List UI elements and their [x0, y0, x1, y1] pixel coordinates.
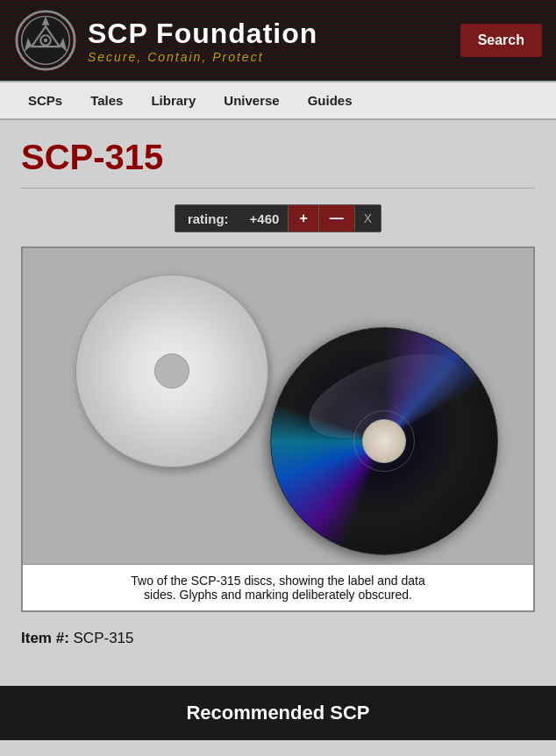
- recommended-label: Recommended SCP: [186, 702, 369, 724]
- disc-back: [75, 275, 268, 467]
- item-number-line: Item #: SCP-315: [21, 630, 535, 647]
- rating-container: rating: +460 + — X: [21, 204, 535, 232]
- image-caption-line1: Two of the SCP-315 discs, showing the la…: [131, 574, 424, 588]
- footer-recommended: Recommended SCP: [0, 686, 556, 740]
- rating-value: +460: [241, 206, 289, 232]
- main-nav: SCPs Tales Library Universe Guides: [0, 81, 556, 120]
- rating-label: rating:: [175, 206, 241, 232]
- scp-logo: [14, 9, 77, 72]
- page-title: SCP-315: [21, 138, 535, 177]
- title-divider: [21, 188, 535, 189]
- rating-plus-button[interactable]: +: [288, 205, 317, 232]
- image-caption-line2: sides. Glyphs and marking deliberately o…: [144, 588, 412, 602]
- nav-item-guides[interactable]: Guides: [294, 82, 367, 118]
- search-button[interactable]: Search: [460, 24, 542, 57]
- site-header: SCP Foundation Secure, Contain, Protect …: [0, 0, 556, 81]
- nav-item-universe[interactable]: Universe: [210, 82, 293, 118]
- header-text: SCP Foundation Secure, Contain, Protect: [88, 18, 317, 64]
- main-content: SCP-315 rating: +460 + — X: [0, 120, 556, 686]
- item-label: Item #:: [21, 630, 69, 646]
- rating-widget: rating: +460 + — X: [175, 204, 381, 232]
- disc-container: [23, 248, 533, 564]
- disc-front: [270, 327, 498, 555]
- nav-item-library[interactable]: Library: [137, 82, 210, 118]
- rating-minus-button[interactable]: —: [318, 205, 354, 232]
- image-box: Two of the SCP-315 discs, showing the la…: [21, 246, 535, 612]
- nav-item-tales[interactable]: Tales: [76, 82, 137, 118]
- rating-cancel-button[interactable]: X: [354, 206, 381, 231]
- scp-image: [23, 248, 533, 564]
- site-title: SCP Foundation: [88, 18, 317, 50]
- nav-item-scps[interactable]: SCPs: [14, 82, 76, 118]
- item-value: SCP-315: [74, 630, 134, 646]
- disc-front-hole: [362, 419, 406, 463]
- disc-back-hole: [154, 353, 189, 389]
- svg-point-3: [44, 39, 47, 42]
- site-subtitle: Secure, Contain, Protect: [88, 50, 317, 64]
- image-caption: Two of the SCP-315 discs, showing the la…: [23, 564, 533, 610]
- header-left: SCP Foundation Secure, Contain, Protect: [14, 9, 317, 72]
